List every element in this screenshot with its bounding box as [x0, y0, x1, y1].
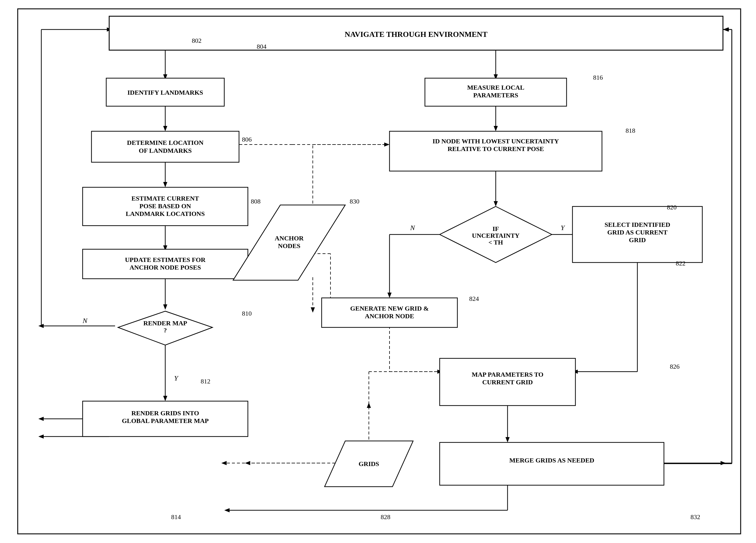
label-808: 808 — [251, 198, 261, 205]
determine-label2: OF LANDMARKS — [139, 147, 192, 154]
estimate-label2: POSE BASED ON — [140, 202, 191, 210]
svg-marker-27 — [494, 126, 498, 131]
update-label1: UPDATE ESTIMATES FOR — [125, 256, 206, 264]
anchor-label1: ANCHOR — [275, 235, 304, 242]
label-816: 816 — [593, 74, 603, 81]
label-820: 820 — [667, 204, 677, 211]
measure-label1: MEASURE LOCAL — [467, 84, 524, 91]
navigate-label: NAVIGATE THROUGH ENVIRONMENT — [345, 30, 487, 39]
uncertainty-label2: UNCERTAINTY — [472, 232, 520, 239]
svg-marker-84 — [723, 27, 728, 32]
svg-marker-12 — [163, 396, 167, 401]
rendergrids-label1: RENDER GRIDS INTO — [131, 409, 199, 417]
label-824: 824 — [469, 295, 479, 302]
label-818: 818 — [626, 127, 635, 134]
svg-marker-63 — [38, 434, 44, 439]
svg-marker-6 — [163, 182, 167, 187]
label-828: 828 — [381, 513, 390, 521]
uncertainty-label3: < TH — [488, 239, 503, 246]
identify-label: IDENTIFY LANDMARKS — [127, 89, 203, 96]
mapparams-label1: MAP PARAMETERS TO — [472, 371, 543, 378]
mapparams-label2: CURRENT GRID — [482, 378, 533, 386]
label-826: 826 — [670, 363, 680, 370]
rendermap-label2: ? — [164, 326, 167, 334]
select-label2: GRID AS CURRENT — [607, 229, 667, 236]
svg-marker-42 — [505, 437, 510, 442]
rendergrids-label2: GLOBAL PARAMETER MAP — [122, 417, 209, 424]
generate-label2: ANCHOR NODE — [365, 312, 414, 320]
generate-label1: GENERATE NEW GRID & — [350, 305, 429, 312]
label-822: 822 — [676, 260, 685, 267]
idnode-label2: RELATIVE TO CURRENT POSE — [448, 145, 544, 153]
svg-marker-4 — [163, 126, 167, 131]
label-832: 832 — [690, 513, 700, 521]
svg-marker-10 — [163, 304, 167, 310]
uncertainty-label1: IF — [492, 225, 499, 233]
flowchart-svg: NAVIGATE THROUGH ENVIRONMENT IDENTIFY LA… — [0, 0, 756, 543]
idnode-label1: ID NODE WITH LOWEST UNCERTAINTY — [433, 138, 559, 145]
n-render: N — [82, 317, 88, 324]
label-804: 804 — [257, 43, 266, 50]
merge-label1: MERGE GRIDS AS NEEDED — [509, 457, 594, 464]
label-830: 830 — [350, 198, 359, 205]
svg-marker-29 — [494, 201, 498, 207]
label-814: 814 — [171, 513, 181, 521]
svg-marker-88 — [367, 403, 371, 408]
select-label3: GRID — [629, 236, 646, 244]
diagram-container: NAVIGATE THROUGH ENVIRONMENT IDENTIFY LA… — [0, 0, 756, 543]
anchor-label2: NODES — [278, 242, 300, 250]
n-uncertainty: N — [410, 224, 415, 232]
y-render: Y — [174, 374, 179, 382]
estimate-label1: ESTIMATE CURRENT — [132, 195, 199, 202]
label-812: 812 — [201, 377, 210, 385]
svg-marker-86 — [245, 461, 250, 465]
measure-label2: PARAMETERS — [473, 91, 518, 99]
estimate-label3: LANDMARK LOCATIONS — [126, 210, 205, 218]
label-806: 806 — [242, 136, 252, 143]
rendermap-label1: RENDER MAP — [143, 319, 187, 327]
select-label1: SELECT IDENTIFIED — [605, 221, 670, 228]
svg-marker-81 — [38, 417, 44, 421]
svg-marker-32 — [387, 292, 392, 298]
label-802: 802 — [192, 37, 202, 44]
svg-marker-21 — [721, 461, 726, 465]
grids-label: GRIDS — [359, 460, 379, 467]
y-uncertainty: Y — [561, 224, 565, 232]
svg-marker-45 — [224, 508, 230, 512]
determine-label: DETERMINE LOCATION — [127, 139, 203, 146]
svg-marker-54 — [311, 307, 315, 313]
label-810: 810 — [242, 310, 252, 317]
svg-marker-59 — [221, 461, 227, 465]
update-label2: ANCHOR NODE POSES — [130, 264, 201, 271]
